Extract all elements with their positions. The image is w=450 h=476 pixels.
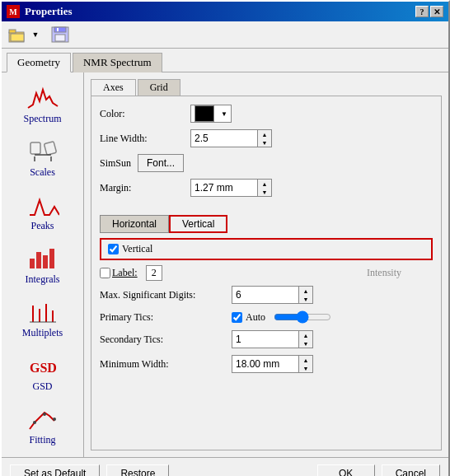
svg-rect-5 xyxy=(55,35,65,41)
tab-grid[interactable]: Grid xyxy=(138,79,180,96)
label-checkbox[interactable] xyxy=(100,268,110,278)
primary-tics-slider[interactable] xyxy=(274,310,331,324)
close-button[interactable]: ✕ xyxy=(430,6,443,17)
label-text-label: Label: xyxy=(112,267,138,279)
sidebar-item-fitting[interactable]: Fitting xyxy=(10,400,76,450)
secondary-tics-label: Secondary Tics: xyxy=(100,334,232,346)
sidebar-item-peaks[interactable]: Peaks xyxy=(10,186,76,236)
bottom-bar: Set as Default Restore OK Cancel xyxy=(2,457,448,476)
min-width-control: ▲ ▼ xyxy=(232,355,433,373)
main-tabs: Geometry NMR Spectrum xyxy=(2,49,448,72)
max-sig-digits-spinbox[interactable]: ▲ ▼ xyxy=(232,286,313,304)
set-default-button[interactable]: Set as Default xyxy=(10,464,100,476)
integrals-icon xyxy=(26,244,59,273)
multiplets-icon xyxy=(26,297,59,327)
vertical-checkbox-label: Vertical xyxy=(122,243,152,255)
svg-point-22 xyxy=(33,421,36,424)
primary-tics-control: Auto xyxy=(232,310,433,324)
secondary-tics-up[interactable]: ▲ xyxy=(299,331,312,339)
save-button[interactable] xyxy=(49,25,71,44)
max-sig-digits-input[interactable] xyxy=(232,289,298,301)
gsd-icon: GSD xyxy=(26,351,59,380)
margin-spinbox[interactable]: ▲ ▼ xyxy=(190,179,272,197)
fitting-icon xyxy=(26,404,59,434)
max-sig-digits-control: ▲ ▼ xyxy=(232,286,433,304)
line-width-spinbox[interactable]: ▲ ▼ xyxy=(190,129,272,147)
gsd-label: GSD xyxy=(32,380,52,393)
color-dropdown[interactable]: ▼ xyxy=(190,105,232,123)
svg-rect-14 xyxy=(43,255,48,268)
tab-nmr-spectrum[interactable]: NMR Spectrum xyxy=(73,53,162,72)
svg-rect-2 xyxy=(11,34,24,41)
tab-geometry[interactable]: Geometry xyxy=(7,53,71,72)
auto-label: Auto xyxy=(246,311,265,324)
secondary-tics-down[interactable]: ▼ xyxy=(299,339,312,348)
margin-down[interactable]: ▼ xyxy=(258,188,271,196)
min-width-down[interactable]: ▼ xyxy=(299,364,312,372)
svg-rect-8 xyxy=(44,142,56,156)
peaks-icon xyxy=(26,190,59,220)
vertical-axis-btn[interactable]: Vertical xyxy=(169,215,227,233)
svg-rect-12 xyxy=(30,259,35,268)
restore-button[interactable]: Restore xyxy=(106,464,169,476)
margin-input[interactable] xyxy=(191,182,257,194)
vertical-checkbox-section: Vertical xyxy=(100,238,433,260)
secondary-tics-input[interactable] xyxy=(232,334,298,345)
max-sig-digits-row: Max. Significant Digits: ▲ ▼ xyxy=(100,286,433,304)
auto-checkbox[interactable] xyxy=(232,312,242,323)
color-row: Color: ▼ xyxy=(100,105,433,123)
min-width-spinbox[interactable]: ▲ ▼ xyxy=(232,355,313,373)
sidebar-item-multiplets[interactable]: Multiplets xyxy=(10,293,76,343)
sidebar-item-gsd[interactable]: GSD GSD xyxy=(10,347,76,397)
svg-rect-13 xyxy=(36,252,41,268)
margin-control: ▲ ▼ xyxy=(190,179,433,197)
ok-button[interactable]: OK xyxy=(317,464,375,476)
window-title: Properties xyxy=(25,5,73,18)
max-sig-up[interactable]: ▲ xyxy=(299,287,312,295)
font-control: Font... xyxy=(138,154,433,172)
font-button[interactable]: Font... xyxy=(138,154,184,172)
vertical-checkbox[interactable] xyxy=(108,244,119,254)
open-button[interactable] xyxy=(7,25,28,44)
multiplets-label: Multiplets xyxy=(22,327,63,339)
bottom-left-buttons: Set as Default Restore xyxy=(10,464,169,476)
toolbar: ▼ xyxy=(2,21,448,49)
title-bar-buttons: ? ✕ xyxy=(415,6,443,17)
dropdown-arrow-btn[interactable]: ▼ xyxy=(30,25,41,44)
min-width-row: Minimum Width: ▲ ▼ xyxy=(100,355,433,373)
properties-window: M Properties ? ✕ ▼ Geom xyxy=(0,0,450,476)
line-width-up[interactable]: ▲ xyxy=(258,130,271,138)
secondary-tics-spinbox[interactable]: ▲ ▼ xyxy=(232,330,313,348)
help-button[interactable]: ? xyxy=(415,6,429,17)
cancel-button[interactable]: Cancel xyxy=(382,464,440,476)
min-width-up[interactable]: ▲ xyxy=(299,356,312,364)
line-width-down[interactable]: ▼ xyxy=(258,138,271,147)
max-sig-digits-btns: ▲ ▼ xyxy=(298,287,312,303)
line-width-row: Line Width: ▲ ▼ xyxy=(100,129,433,147)
max-sig-down[interactable]: ▼ xyxy=(299,295,312,303)
dropdown-arrow-icon: ▼ xyxy=(221,110,227,118)
line-width-label: Line Width: xyxy=(100,133,190,145)
sidebar-item-scales[interactable]: Scales xyxy=(10,133,76,183)
color-swatch xyxy=(195,105,214,122)
secondary-tics-row: Secondary Tics: ▲ ▼ xyxy=(100,330,433,348)
sidebar-item-integrals[interactable]: Integrals xyxy=(10,240,76,290)
max-sig-digits-label: Max. Significant Digits: xyxy=(100,289,232,301)
inner-tabs: Axes Grid xyxy=(91,79,442,96)
min-width-input[interactable] xyxy=(232,358,298,370)
secondary-tics-btns: ▲ ▼ xyxy=(298,331,312,348)
tab-axes[interactable]: Axes xyxy=(91,79,136,96)
margin-up[interactable]: ▲ xyxy=(258,180,271,188)
scales-label: Scales xyxy=(30,166,55,179)
line-width-input[interactable] xyxy=(191,133,257,144)
min-width-btns: ▲ ▼ xyxy=(298,356,312,372)
intensity-placeholder: Intensity xyxy=(367,267,433,279)
label-row: Label: 2 Intensity xyxy=(100,265,433,281)
margin-spin-btns: ▲ ▼ xyxy=(257,180,271,196)
svg-rect-6 xyxy=(57,28,59,31)
line-width-spin-btns: ▲ ▼ xyxy=(257,130,271,147)
sidebar-item-spectrum[interactable]: Spectrum xyxy=(10,79,76,129)
sidebar: Spectrum Scales xyxy=(2,72,84,457)
horizontal-axis-btn[interactable]: Horizontal xyxy=(100,215,169,233)
badge-number: 2 xyxy=(146,265,162,281)
